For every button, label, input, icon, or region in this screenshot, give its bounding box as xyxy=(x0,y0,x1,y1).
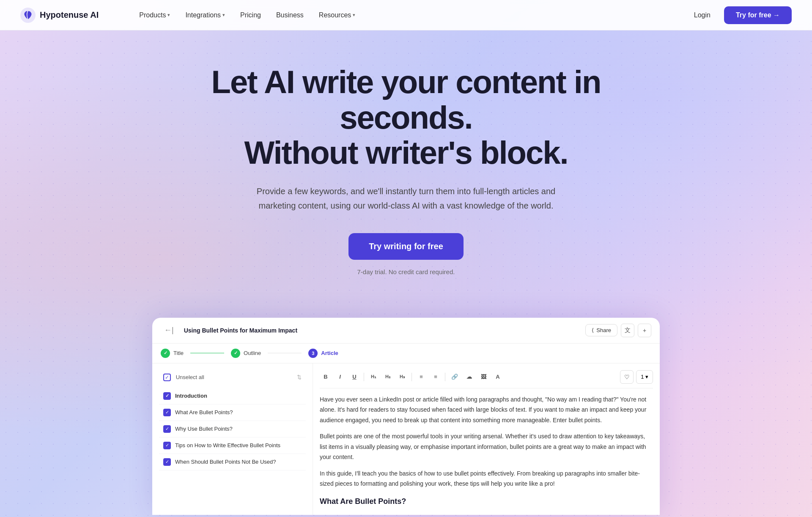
save-button[interactable]: ♡ xyxy=(620,370,634,384)
app-header: ←| Using Bullet Points for Maximum Impac… xyxy=(152,318,660,344)
app-body: ✓ Unselect all ⇅ ✓ Introduction ✓ What A… xyxy=(152,363,660,515)
h2-button[interactable]: H₂ xyxy=(382,371,394,383)
editor-heading: What Are Bullet Points? xyxy=(320,495,653,509)
outline-panel: ✓ Unselect all ⇅ ✓ Introduction ✓ What A… xyxy=(152,363,313,515)
app-document-title: Using Bullet Points for Maximum Impact xyxy=(184,327,579,334)
translate-icon: 文 xyxy=(625,327,631,334)
chevron-down-icon: ▾ xyxy=(353,12,355,18)
checkbox-checked-icon: ✓ xyxy=(163,458,171,466)
bold-button[interactable]: B xyxy=(320,371,332,383)
login-link[interactable]: Login xyxy=(687,8,717,22)
add-button[interactable]: + xyxy=(638,324,651,337)
checkbox-checked-icon: ✓ xyxy=(163,409,171,416)
list-button[interactable]: ≡ xyxy=(415,371,427,383)
editor-content[interactable]: Have you ever seen a LinkedIn post or ar… xyxy=(320,394,653,509)
nav-resources[interactable]: Resources ▾ xyxy=(312,8,362,22)
ordered-list-button[interactable]: ≡ xyxy=(430,371,442,383)
checkbox-checked-icon: ✓ xyxy=(163,425,171,433)
link-button[interactable]: 🔗 xyxy=(449,371,461,383)
editor-paragraph-3: In this guide, I'll teach you the basics… xyxy=(320,468,653,489)
editor-panel: B I U H₁ H₂ H₃ ≡ ≡ 🔗 ☁ 🖼 A ♡ xyxy=(313,363,660,515)
nav-products[interactable]: Products ▾ xyxy=(132,8,177,22)
italic-button[interactable]: I xyxy=(334,371,346,383)
unselect-all[interactable]: ✓ Unselect all ⇅ xyxy=(159,370,306,385)
nav-pricing[interactable]: Pricing xyxy=(233,8,268,22)
editor-paragraph-1: Have you ever seen a LinkedIn post or ar… xyxy=(320,394,653,426)
toolbar-separator xyxy=(445,373,445,381)
try-for-free-button[interactable]: Try for free → xyxy=(724,6,792,24)
logo-text: Hypotenuse AI xyxy=(40,10,99,20)
nav-integrations[interactable]: Integrations ▾ xyxy=(178,8,232,22)
toolbar-right-actions: ♡ 1 ▾ xyxy=(620,370,653,384)
format-button[interactable]: A xyxy=(492,371,504,383)
step-article: 3 Article xyxy=(308,349,338,358)
hero-content: Let AI write your content in seconds. Wi… xyxy=(173,30,639,318)
sort-icon: ⇅ xyxy=(297,374,302,380)
nav-business[interactable]: Business xyxy=(269,8,310,22)
step-line-1 xyxy=(190,353,224,353)
navbar: Hypotenuse AI Products ▾ Integrations ▾ … xyxy=(0,0,812,30)
editor-toolbar: B I U H₁ H₂ H₃ ≡ ≡ 🔗 ☁ 🖼 A ♡ xyxy=(320,370,653,388)
step-outline-icon: ✓ xyxy=(231,349,240,358)
chevron-down-icon: ▾ xyxy=(167,12,170,18)
h3-button[interactable]: H₃ xyxy=(396,371,408,383)
h1-button[interactable]: H₁ xyxy=(368,371,379,383)
logo[interactable]: Hypotenuse AI xyxy=(20,8,99,23)
version-counter[interactable]: 1 ▾ xyxy=(636,370,653,384)
app-header-actions: ⟨ Share 文 + xyxy=(585,324,651,337)
editor-paragraph-2: Bullet points are one of the most powerf… xyxy=(320,431,653,462)
steps-bar: ✓ Title ✓ Outline 3 Article xyxy=(152,344,660,363)
cloud-button[interactable]: ☁ xyxy=(463,371,475,383)
hero-title: Let AI write your content in seconds. Wi… xyxy=(190,64,622,170)
toolbar-separator xyxy=(364,373,364,381)
outline-item-when[interactable]: ✓ When Should Bullet Points Not Be Used? xyxy=(159,454,306,470)
logo-icon xyxy=(20,8,36,23)
share-icon: ⟨ xyxy=(592,327,594,333)
unselect-checkbox: ✓ xyxy=(163,374,171,381)
add-icon: + xyxy=(643,327,646,334)
step-title-icon: ✓ xyxy=(161,349,170,358)
share-button[interactable]: ⟨ Share xyxy=(585,324,617,336)
underline-button[interactable]: U xyxy=(348,371,360,383)
hero-section: Let AI write your content in seconds. Wi… xyxy=(0,0,812,517)
step-article-icon: 3 xyxy=(308,349,318,358)
image-button[interactable]: 🖼 xyxy=(477,371,489,383)
toolbar-separator xyxy=(411,373,412,381)
translate-button[interactable]: 文 xyxy=(621,324,634,337)
hero-subtitle: Provide a few keywords, and we'll instan… xyxy=(250,184,562,213)
step-title: ✓ Title xyxy=(161,349,184,358)
outline-item-why[interactable]: ✓ Why Use Bullet Points? xyxy=(159,421,306,437)
outline-item-tips[interactable]: ✓ Tips on How to Write Effective Bullet … xyxy=(159,437,306,454)
step-line-2 xyxy=(268,353,302,353)
back-arrow[interactable]: ←| xyxy=(161,324,177,336)
app-preview: ←| Using Bullet Points for Maximum Impac… xyxy=(152,318,660,515)
checkbox-checked-icon: ✓ xyxy=(163,442,171,449)
nav-links: Products ▾ Integrations ▾ Pricing Busine… xyxy=(132,8,687,22)
outline-item-introduction[interactable]: ✓ Introduction xyxy=(159,388,306,404)
nav-actions: Login Try for free → xyxy=(687,6,792,24)
trial-note: 7-day trial. No credit card required. xyxy=(190,268,622,275)
chevron-down-icon: ▾ xyxy=(222,12,225,18)
checkbox-checked-icon: ✓ xyxy=(163,392,171,400)
try-writing-button[interactable]: Try writing for free xyxy=(348,233,464,260)
step-outline: ✓ Outline xyxy=(231,349,261,358)
outline-item-what[interactable]: ✓ What Are Bullet Points? xyxy=(159,404,306,421)
